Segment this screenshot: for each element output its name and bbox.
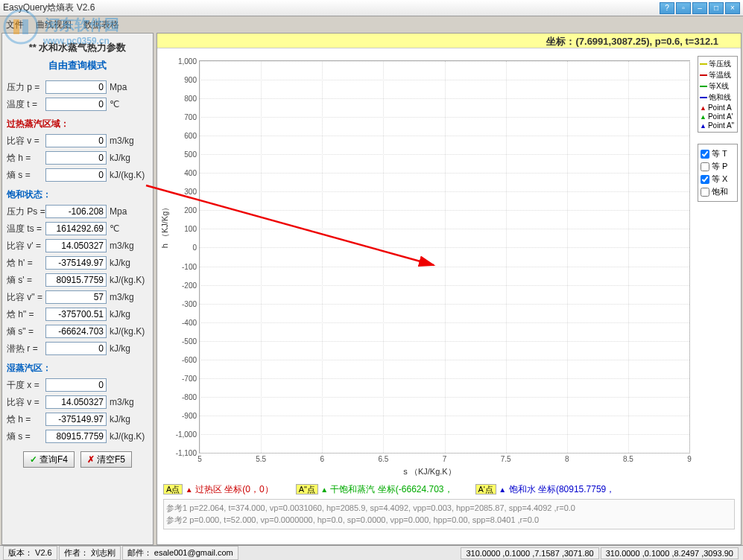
vpp-label: 比容 v" = [7,291,45,304]
menu-file[interactable]: 文件 [6,19,24,31]
sh-h-unit: kJ/kg [110,153,148,163]
pointAp-badge: A'点 [475,484,496,494]
pointA-text: 过热区 坐标(0，0） [195,484,274,494]
wv-input[interactable] [45,395,107,409]
sh-v-label: 比容 v = [7,135,45,147]
legend-swatch-sat [700,97,707,98]
hpp-label: 焓 h" = [7,308,45,321]
minimize-button[interactable]: – [692,2,707,14]
p-label: 压力 p = [7,81,45,94]
coord-bar: 坐标：(7.6991,3087.25), p=0.6, t=312.1 [157,34,741,48]
check-t-input[interactable] [701,150,709,159]
check-sat-input[interactable] [701,188,709,197]
legend-swatch-isox [700,86,707,87]
legend-isox: 等X线 [709,81,729,92]
t-label: 温度 t = [7,98,45,111]
help-button[interactable]: ? [660,2,674,14]
r-input[interactable] [45,342,107,355]
vp-input[interactable] [45,239,107,252]
sh-s-label: 熵 s = [7,169,45,182]
check-p-input[interactable] [701,162,709,171]
sp-input[interactable] [45,273,107,287]
hp-input[interactable] [45,256,107,270]
status-nums2: 310.0000 ,0.1000 ,8.2497 ,3093.90 [601,547,739,559]
wh-label: 焓 h = [7,413,45,426]
r-label: 潜热 r = [7,343,45,355]
line-toggles: 等 T 等 P 等 X 饱和 [698,144,738,202]
check-x-label: 等 X [712,174,727,185]
ws-label: 熵 s = [7,430,45,443]
clear-button[interactable]: ✗清空F5 [80,451,132,468]
chart[interactable]: h （KJ/Kg） s （KJ/Kg.K） -1,100-1,000-900-8… [163,51,696,479]
wh-input[interactable] [45,413,107,426]
triangle-icon: ▲ [700,122,706,130]
ref1: 参考1 p=22.064, t=374.000, vp=0.0031060, h… [166,503,732,514]
min2-button[interactable]: ▫ [676,2,691,14]
pointA-badge: A点 [163,484,183,494]
query-button[interactable]: ✓查询F4 [23,451,75,468]
t-input[interactable] [45,98,107,111]
status-version: 版本： V2.6 [3,546,57,560]
legend-papp: Point A" [708,121,734,130]
hp-unit: kJ/kg [110,258,148,268]
vp-label: 比容 v' = [7,240,45,252]
maximize-button[interactable]: □ [709,2,724,14]
pointApp-badge: A"点 [296,484,318,494]
window-buttons: ? ▫ – □ × [660,2,740,14]
legend-swatch-isobar [700,63,707,65]
x-label: 干度 x = [7,379,45,392]
chart-panel: 坐标：(7.6991,3087.25), p=0.6, t=312.1 h （K… [156,33,742,545]
vpp-unit: m3/kg [110,292,148,302]
check-x[interactable]: 等 X [701,174,735,185]
triangle-icon: ▲ [499,486,506,494]
sh-v-input[interactable] [45,134,107,147]
x-axis-label: s （KJ/Kg.K） [403,466,455,477]
chart-area[interactable]: -1,100-1,000-900-800-700-600-500-400-300… [199,60,690,454]
menu-curve[interactable]: 曲线视图 [36,19,72,31]
legend: 等压线 等温线 等X线 饱和线 ▲Point A ▲Point A' ▲Poin… [698,56,738,133]
sh-v-unit: m3/kg [110,136,148,146]
sh-s-unit: kJ/(kg.K) [110,170,148,180]
ws-input[interactable] [45,430,107,443]
titlebar: EasyQuery焓熵表 V2.6 ? ▫ – □ × [0,0,743,16]
vpp-input[interactable] [45,290,107,304]
query-mode: 自由查询模式 [7,59,148,72]
status-author: 作者： 刘志刚 [59,546,121,560]
check-sat[interactable]: 饱和 [701,186,735,197]
check-t[interactable]: 等 T [701,148,735,159]
triangle-icon: ▲ [700,113,706,121]
query-button-label: 查询F4 [39,454,68,466]
ts-label: 温度 ts = [7,223,45,235]
close-button[interactable]: × [725,2,740,14]
sh-h-input[interactable] [45,151,107,165]
clear-button-label: 清空F5 [97,454,125,466]
legend-sat: 饱和线 [709,92,731,103]
ts-input[interactable] [45,222,107,235]
check-sat-label: 饱和 [712,186,728,197]
hpp-input[interactable] [45,308,107,321]
sh-s-input[interactable] [45,168,107,182]
check-icon: ✓ [30,454,37,465]
spp-input[interactable] [45,325,107,338]
statusbar: 版本： V2.6 作者： 刘志刚 邮件： esale001@gmail.com … [0,545,743,560]
pointAp-text: 饱和水 坐标(80915.7759， [509,484,616,494]
ws-unit: kJ/(kg.K) [110,431,148,442]
sh-section: 过热蒸汽区域： [7,118,148,130]
check-x-input[interactable] [701,175,709,184]
x-input[interactable] [45,378,107,392]
bottom-info: A点 ▲ 过热区 坐标(0，0） A"点 ▲ 干饱和蒸汽 坐标(-66624.7… [163,483,735,541]
menubar: 文件 曲线视图 数据表格 [0,16,743,33]
menu-data[interactable]: 数据表格 [83,19,119,31]
ts-unit: ℃ [110,223,148,234]
pointApp-text: 干饱和蒸汽 坐标(-66624.703， [330,484,452,494]
ps-input[interactable] [45,205,107,218]
ps-label: 压力 Ps = [7,206,45,218]
ref2: 参考2 p=0.000, t=52.000, vp=0.0000000, hp=… [166,515,732,526]
p-input[interactable] [45,80,107,94]
status-mail: 邮件： esale001@gmail.com [122,546,238,560]
legend-isobar: 等压线 [709,59,731,69]
sp-unit: kJ/(kg.K) [110,275,148,285]
check-p[interactable]: 等 P [701,161,735,172]
triangle-icon: ▲ [186,486,193,494]
spp-unit: kJ/(kg.K) [110,326,148,337]
